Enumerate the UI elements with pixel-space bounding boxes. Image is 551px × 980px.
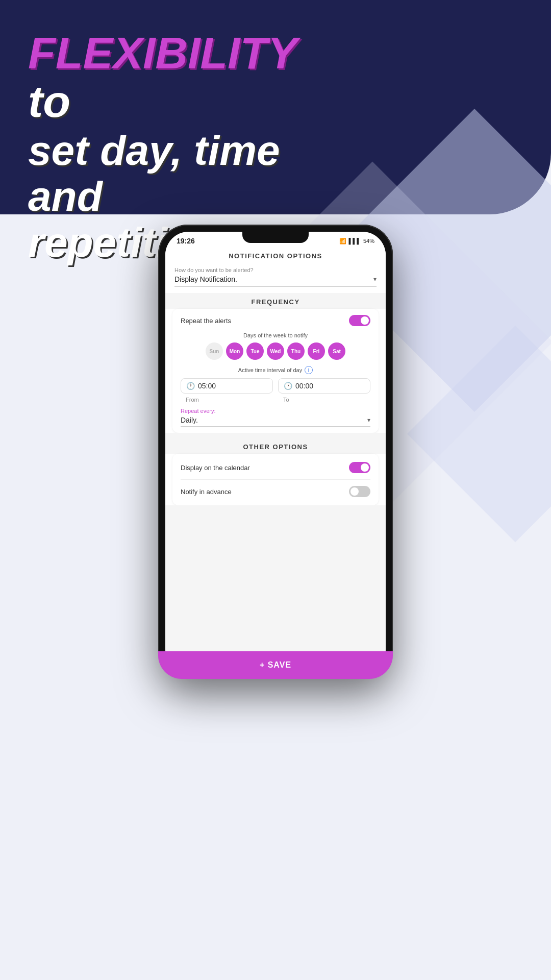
phone-mockup: 19:26 📶 ▌▌▌ 54% NOTIFICATION OPTIONS How… xyxy=(158,225,393,679)
other-options-card: Display on the calendar Notify in advanc… xyxy=(172,454,379,505)
header-flexibility: FLEXIBILITY xyxy=(28,31,297,76)
days-row: Sun Mon Tue Wed Thu Fri Sat xyxy=(181,342,370,360)
to-time-value: 00:00 xyxy=(295,382,313,390)
bottom-spacer xyxy=(165,505,386,672)
day-fri[interactable]: Fri xyxy=(308,342,325,360)
day-tue[interactable]: Tue xyxy=(246,342,264,360)
notify-advance-row: Notify in advance xyxy=(181,479,370,503)
day-mon[interactable]: Mon xyxy=(226,342,243,360)
repeat-every-label: Repeat every: xyxy=(181,408,370,414)
other-options-label: OTHER OPTIONS xyxy=(165,438,386,454)
time-row: 🕐 05:00 🕐 00:00 xyxy=(181,378,370,394)
day-sun[interactable]: Sun xyxy=(206,342,223,360)
display-calendar-label: Display on the calendar xyxy=(181,464,250,472)
repeat-alerts-toggle[interactable] xyxy=(349,315,370,326)
notify-advance-toggle[interactable] xyxy=(349,486,370,497)
spacer xyxy=(165,433,386,438)
alert-dropdown-value: Display Notification. xyxy=(174,275,237,283)
frequency-section-label: FREQUENCY xyxy=(165,293,386,309)
alert-dropdown-arrow: ▾ xyxy=(373,276,377,283)
wifi-icon: 📶 xyxy=(339,238,346,244)
alert-question: How do you want to be alerted? xyxy=(174,267,377,273)
from-to-labels: From To xyxy=(181,397,370,403)
from-label: From xyxy=(181,397,273,403)
frequency-card: Repeat the alerts Days of the week to no… xyxy=(172,309,379,433)
repeat-alerts-label: Repeat the alerts xyxy=(181,317,231,325)
info-icon[interactable]: i xyxy=(305,366,313,374)
signal-icon: ▌▌▌ xyxy=(349,238,361,244)
status-icons: 📶 ▌▌▌ 54% xyxy=(339,238,374,244)
repeat-alerts-row: Repeat the alerts xyxy=(181,315,370,326)
day-sat[interactable]: Sat xyxy=(328,342,345,360)
battery-indicator: 54% xyxy=(363,238,374,244)
to-time-box[interactable]: 🕐 00:00 xyxy=(278,378,370,394)
days-of-week-label: Days of the week to notify xyxy=(181,332,370,338)
screen-title: NOTIFICATION OPTIONS xyxy=(165,247,386,263)
day-wed[interactable]: Wed xyxy=(267,342,284,360)
status-time: 19:26 xyxy=(177,237,195,245)
phone-notch xyxy=(242,232,309,243)
phone-screen: 19:26 📶 ▌▌▌ 54% NOTIFICATION OPTIONS How… xyxy=(165,232,386,672)
notify-advance-label: Notify in advance xyxy=(181,488,232,496)
phone-body: 19:26 📶 ▌▌▌ 54% NOTIFICATION OPTIONS How… xyxy=(158,225,393,679)
alert-dropdown[interactable]: Display Notification. ▾ xyxy=(174,275,377,287)
header-to: to xyxy=(28,76,70,128)
time-interval-label: Active time interval of day i xyxy=(181,366,370,374)
save-button[interactable]: + SAVE xyxy=(165,651,386,672)
clock-icon-to: 🕐 xyxy=(284,382,292,390)
day-thu[interactable]: Thu xyxy=(287,342,305,360)
from-time-box[interactable]: 🕐 05:00 xyxy=(181,378,273,394)
repeat-every-value: Daily. xyxy=(181,416,198,424)
repeat-every-arrow: ▾ xyxy=(367,416,370,424)
from-time-value: 05:00 xyxy=(198,382,216,390)
header-line2: set day, time and xyxy=(28,128,324,219)
clock-icon-from: 🕐 xyxy=(186,382,195,390)
repeat-every-dropdown[interactable]: Daily. ▾ xyxy=(181,416,370,427)
display-calendar-row: Display on the calendar xyxy=(181,456,370,479)
alert-type-section: How do you want to be alerted? Display N… xyxy=(165,263,386,293)
display-calendar-toggle[interactable] xyxy=(349,462,370,473)
to-label: To xyxy=(278,397,370,403)
